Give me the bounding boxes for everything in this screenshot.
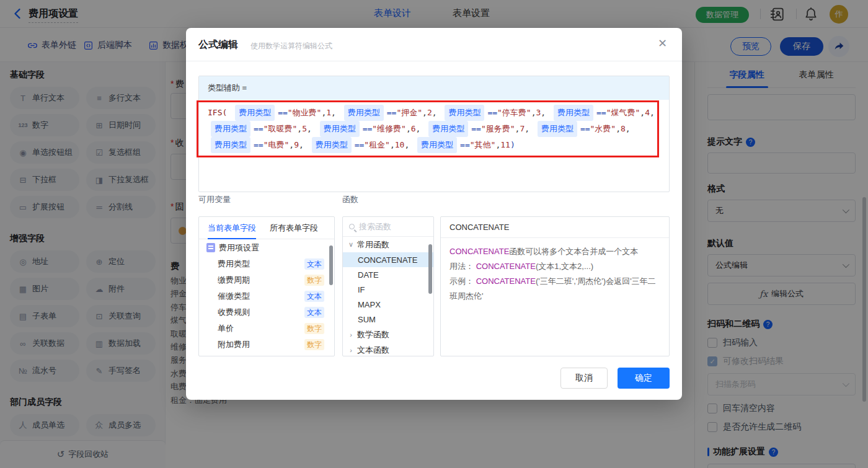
variable-name: 缴费周期 [218, 275, 250, 286]
formula-string: "物业费" [288, 108, 322, 117]
formula-operator: == [278, 108, 288, 117]
formula-number: 2 [427, 108, 432, 117]
variables-scrollbar[interactable] [329, 245, 333, 285]
formula-string: "其他" [470, 140, 496, 149]
variable-row-单价[interactable]: 单价数字 [199, 320, 334, 337]
function-name: CONCATENATE [476, 276, 536, 286]
caret-down-icon: ∨ [348, 241, 354, 249]
formula-comma: , [650, 108, 655, 117]
formula-number: 8 [621, 124, 626, 133]
confirm-button[interactable]: 确定 [618, 368, 670, 389]
formula-close-paren: ) [510, 140, 515, 149]
variable-type-badge: 文本 [304, 307, 324, 318]
doc-text: 函数可以将多个文本合并成一个文本 [509, 247, 638, 256]
formula-field-chip[interactable]: 费用类型 [211, 137, 250, 153]
formula-comma: , [390, 140, 395, 149]
formula-operator: == [387, 108, 397, 117]
variable-name: 附加费用 [218, 339, 250, 350]
formula-comma: , [525, 124, 534, 133]
formula-field-chip[interactable]: 费用类型 [417, 137, 457, 153]
variables-root-node[interactable]: 费用项设置 [199, 239, 334, 256]
function-item-CONCATENATE[interactable]: CONCATENATE [343, 252, 433, 267]
formula-operator: == [363, 124, 373, 133]
formula-comma: , [289, 140, 294, 149]
variable-row-费用类型[interactable]: 费用类型文本 [199, 256, 334, 272]
formula-number: 4 [645, 108, 650, 117]
function-group-label: 常用函数 [357, 239, 389, 250]
function-detail-title: CONCATENATE [441, 217, 669, 238]
functions-panel: 搜索函数 ∨常用函数CONCATENATEDATEIFMAPXSUM›数学函数›… [342, 216, 434, 356]
function-doc-line: 示例： CONCATENATE('三年二班','周杰伦')会返回'三年二班周杰伦… [450, 274, 660, 304]
formula-number: 11 [500, 140, 510, 149]
variable-type-badge: 数字 [304, 323, 324, 334]
function-group-label: 文本函数 [357, 345, 389, 356]
function-group-数学函数[interactable]: ›数学函数 [343, 327, 433, 342]
formula-field-chip[interactable]: 费用类型 [320, 121, 360, 137]
variable-type-badge: 数字 [304, 275, 324, 286]
formula-comma: , [616, 124, 621, 133]
modal-title: 公式编辑 [198, 38, 238, 51]
function-item-MAPX[interactable]: MAPX [343, 297, 433, 312]
formula-string: "维修费" [372, 124, 406, 133]
formula-keyword: IFS( [208, 108, 232, 117]
function-search[interactable]: 搜索函数 [343, 217, 433, 237]
tab-all-form-fields[interactable]: 所有表单字段 [270, 217, 318, 239]
formula-field-chip[interactable]: 费用类型 [445, 105, 484, 121]
formula-comma: , [640, 108, 645, 117]
caret-right-icon: › [348, 331, 354, 338]
cancel-button[interactable]: 取消 [560, 368, 608, 389]
formula-field-chip[interactable]: 费用类型 [538, 121, 577, 137]
variable-type-badge: 文本 [304, 258, 324, 270]
tab-current-form-fields[interactable]: 当前表单字段 [208, 217, 256, 239]
function-detail-panel: CONCATENATE CONCATENATE函数可以将多个文本合并成一个文本用… [440, 216, 670, 356]
formula-operator: == [471, 124, 481, 133]
formula-number: 10 [395, 140, 405, 149]
app-root: 费用项设置 表单设计 表单设置 数据管理 作 表单外链 [0, 0, 868, 468]
formula-field-chip[interactable]: 费用类型 [428, 121, 468, 137]
variable-type-badge: 文本 [304, 291, 324, 302]
formula-field-chip[interactable]: 费用类型 [554, 105, 593, 121]
formula-number: 1 [326, 108, 331, 117]
formula-number: 6 [411, 124, 416, 133]
modal-header: 公式编辑 使用数学运算符编辑公式 ✕ [186, 28, 682, 61]
formula-field-chip[interactable]: 费用类型 [211, 121, 250, 137]
formula-string: "押金" [396, 108, 422, 117]
function-group-文本函数[interactable]: ›文本函数 [343, 342, 433, 356]
variable-name: 催缴类型 [218, 291, 250, 302]
formula-operator: == [596, 108, 606, 117]
formula-editor-modal: 公式编辑 使用数学运算符编辑公式 ✕ 类型辅助 = IFS( 费用类型=="物业… [186, 28, 682, 400]
formula-operator: == [487, 108, 497, 117]
formula-operator: == [254, 124, 264, 133]
formula-comma: , [297, 124, 302, 133]
formula-string: "停车费" [497, 108, 531, 117]
variable-type-badge: 数字 [304, 339, 324, 350]
formula-comma: , [432, 108, 442, 117]
modal-subtitle: 使用数学运算符编辑公式 [250, 41, 332, 51]
formula-comma: , [299, 140, 309, 149]
function-item-SUM[interactable]: SUM [343, 312, 433, 327]
function-item-IF[interactable]: IF [343, 282, 433, 297]
function-name: CONCATENATE [450, 247, 509, 256]
formula-operator: == [355, 140, 365, 149]
formula-field-chip[interactable]: 费用类型 [312, 137, 352, 153]
function-group-common[interactable]: ∨常用函数 [343, 237, 433, 252]
function-item-DATE[interactable]: DATE [343, 267, 433, 282]
function-doc-line: 用法： CONCATENATE(文本1,文本2,...) [450, 259, 660, 274]
close-icon[interactable]: ✕ [658, 38, 667, 49]
functions-label: 函数 [342, 194, 358, 205]
formula-field-chip[interactable]: 费用类型 [235, 105, 275, 121]
variable-name: 单价 [218, 323, 234, 334]
variable-row-缴费周期[interactable]: 缴费周期数字 [199, 272, 334, 288]
variable-row-收费规则[interactable]: 收费规则文本 [199, 304, 334, 320]
formula-string: "煤气费" [606, 108, 640, 117]
formula-comma: , [626, 124, 631, 133]
formula-target-label: 类型辅助 = [208, 82, 247, 94]
formula-expression[interactable]: IFS( 费用类型=="物业费",1, 费用类型=="押金",2, 费用类型==… [199, 100, 669, 158]
search-icon [349, 224, 355, 229]
variables-label: 可用变量 [198, 194, 231, 205]
functions-scrollbar[interactable] [428, 244, 432, 294]
formula-field-chip[interactable]: 费用类型 [344, 105, 384, 121]
variables-panel: 当前表单字段 所有表单字段 费用项设置 费用类型文本缴费周期数字催缴类型文本收费… [198, 216, 335, 356]
variable-row-附加费用[interactable]: 附加费用数字 [199, 337, 334, 353]
variable-row-催缴类型[interactable]: 催缴类型文本 [199, 288, 334, 304]
